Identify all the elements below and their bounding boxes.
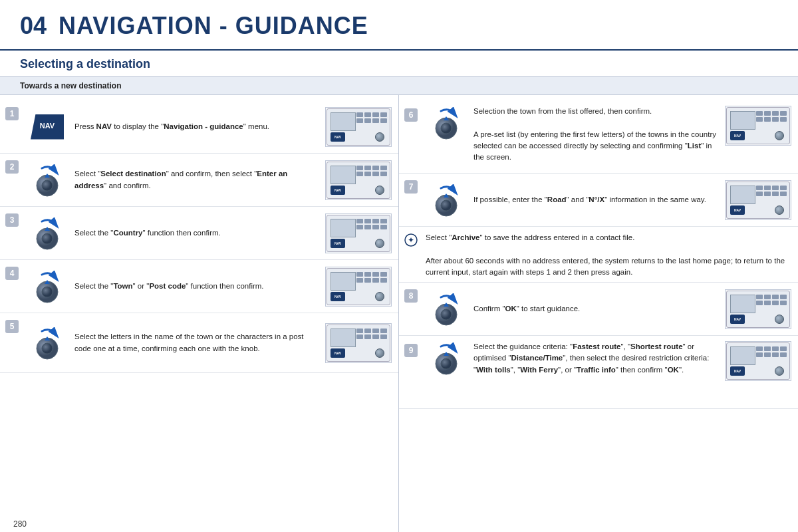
svg-point-22 [441, 200, 452, 211]
chapter-number: 04 [20, 12, 47, 40]
step-8-text: Confirm "OK" to start guidance. [469, 303, 725, 315]
svg-point-32 [441, 358, 452, 369]
step-2-image: NAV [325, 160, 392, 200]
step-8-icon [423, 292, 469, 327]
scroll-wheel-icon-7 [429, 183, 464, 217]
step-9-number: 9 [404, 344, 418, 357]
archive-icon-wrapper: ✦ [404, 232, 423, 247]
svg-point-6 [42, 233, 53, 244]
scroll-wheel-icon-4 [30, 269, 65, 304]
step-4-image: NAV [325, 267, 392, 307]
left-column: 1 NAV Press NAV to display the "Navigati… [0, 95, 399, 532]
step-5-row: 5 [0, 313, 398, 373]
step-9-row: 9 [399, 336, 798, 409]
step-5-number: 5 [5, 320, 19, 333]
archive-star-icon: ✦ [404, 233, 418, 247]
svg-text:✦: ✦ [408, 235, 414, 245]
step-1-icon: NAV [24, 114, 70, 140]
step-4-text: Select the "Town" or "Post code" functio… [70, 281, 325, 292]
page-footer: 280 [13, 519, 27, 529]
step-8-image: NAV [725, 289, 791, 329]
step-5-image: NAV [325, 323, 392, 363]
step-9-image: NAV [725, 341, 791, 381]
step-9-icon [423, 341, 469, 376]
step-2-icon [24, 163, 70, 198]
archive-note-row: ✦ Select "Archive" to save the address e… [399, 227, 798, 283]
step-8-row: 8 [399, 283, 798, 336]
scroll-wheel-icon-5 [30, 326, 65, 360]
step-1-text: Press NAV to display the "Navigation - g… [70, 121, 325, 132]
step-3-row: 3 [0, 207, 398, 260]
scroll-wheel-icon-9 [429, 341, 464, 376]
step-7-text: If possible, enter the "Road" and "N°/X"… [469, 194, 725, 205]
step-2-number: 2 [5, 160, 19, 174]
section-title: Selecting a destination [0, 51, 798, 77]
page-header: 04 NAVIGATION - GUIDANCE [0, 0, 798, 51]
step-2-row: 2 [0, 154, 398, 207]
step-1-image: NAV [325, 107, 392, 147]
step-4-row: 4 [0, 260, 398, 313]
step-3-image: NAV [325, 213, 392, 253]
step-5-icon [24, 326, 70, 360]
step-6-image: NAV [725, 106, 791, 146]
step-7-row: 7 [399, 174, 798, 227]
step-2-text: Select "Select destination" and confirm,… [70, 168, 325, 192]
subsection-label: Towards a new destination [20, 81, 121, 90]
step-5-text: Select the letters in the name of the to… [70, 331, 325, 354]
step-4-icon [24, 269, 70, 304]
archive-note-text: Select "Archive" to save the address ent… [423, 232, 791, 278]
step-7-number: 7 [404, 180, 418, 194]
step-6-row: 6 [399, 100, 798, 174]
step-6-icon [423, 106, 469, 140]
nav-button-icon: NAV [31, 114, 64, 140]
step-1-number: 1 [5, 107, 19, 120]
svg-point-2 [42, 180, 53, 191]
scroll-wheel-icon-2 [30, 163, 65, 198]
nav-label: NAV [35, 119, 60, 132]
scroll-wheel-icon-3 [30, 216, 65, 251]
scroll-wheel-icon-6 [429, 106, 464, 140]
step-6-text: Selection the town from the list offered… [469, 106, 725, 163]
right-column: 6 [399, 95, 798, 532]
scroll-wheel-icon-8 [429, 292, 464, 327]
subsection-header: Towards a new destination [0, 77, 798, 95]
svg-point-28 [441, 309, 452, 320]
main-content: 1 NAV Press NAV to display the "Navigati… [0, 95, 798, 532]
svg-point-10 [42, 287, 53, 297]
step-9-text: Select the guidance criteria: "Fastest r… [469, 341, 725, 376]
svg-point-18 [441, 123, 452, 134]
step-3-text: Select the "Country" function then confi… [70, 227, 325, 239]
step-8-number: 8 [404, 289, 418, 303]
step-3-icon [24, 216, 70, 251]
step-7-image: NAV [725, 180, 791, 220]
step-4-number: 4 [5, 267, 19, 280]
step-3-number: 3 [5, 213, 19, 227]
page-number: 280 [13, 519, 27, 529]
chapter-title: NAVIGATION - GUIDANCE [59, 12, 368, 40]
svg-point-14 [42, 343, 53, 354]
step-6-number: 6 [404, 108, 418, 122]
step-7-icon [423, 183, 469, 217]
step-1-row: 1 NAV Press NAV to display the "Navigati… [0, 100, 398, 154]
